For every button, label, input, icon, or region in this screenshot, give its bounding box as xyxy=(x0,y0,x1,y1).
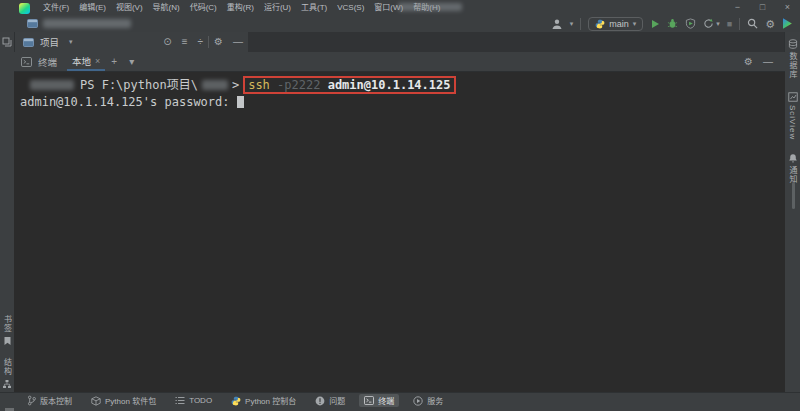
terminal-tab-label: 本地 xyxy=(72,54,91,68)
command-port-flag: -p2222 xyxy=(277,78,320,92)
password-prompt-text: admin@10.1.14.125's password: xyxy=(20,95,237,109)
profiler-dropdown-icon[interactable]: ▾ xyxy=(716,20,720,28)
terminal-icon xyxy=(21,57,32,67)
user-dropdown-icon[interactable]: ▾ xyxy=(570,20,574,28)
sciview-label: SciView xyxy=(788,105,797,140)
terminal-panel-title: 终端 xyxy=(38,55,57,69)
pycharm-logo-icon xyxy=(19,3,30,14)
terminal-output[interactable]: PS F:\python项目\>ssh -p2222 admin@10.1.14… xyxy=(14,72,785,110)
run-configuration-selector[interactable]: main ▾ xyxy=(588,17,643,31)
left-tool-stripe: 书签 结构 xyxy=(0,32,15,393)
stripe-button-structure[interactable]: 结构 xyxy=(2,358,13,389)
project-breadcrumb xyxy=(27,19,131,28)
command-host: admin@10.1.14.125 xyxy=(328,78,451,92)
services-label: 服务 xyxy=(427,395,443,406)
toolwindow-version-control[interactable]: 版本控制 xyxy=(22,394,77,407)
panel-settings-gear-icon[interactable]: ⚙ xyxy=(209,33,228,51)
toolwindow-terminal[interactable]: 终端 xyxy=(359,394,399,407)
toolwindow-todo[interactable]: TODO xyxy=(170,395,217,406)
toolbar-separator xyxy=(739,18,740,30)
prompt-prefix-redacted xyxy=(30,80,74,90)
python-console-icon xyxy=(231,396,241,406)
menu-tools[interactable]: 工具(T) xyxy=(296,1,332,15)
project-stripe-icon[interactable] xyxy=(2,37,12,47)
window-controls: − □ × xyxy=(725,0,800,15)
command-ssh: ssh xyxy=(248,78,270,92)
right-tool-stripe: 数据库 SciView 通知 xyxy=(784,32,800,393)
stripe-button-bookmarks[interactable]: 书签 xyxy=(2,315,13,346)
locate-file-icon[interactable]: ⊙ xyxy=(158,33,176,51)
pycharm-window: 文件(F) 编辑(E) 视图(V) 导航(N) 代码(C) 重构(R) 运行(U… xyxy=(0,0,800,411)
search-everywhere-icon[interactable] xyxy=(747,18,758,29)
path-segment-redacted xyxy=(202,80,228,90)
menu-file[interactable]: 文件(F) xyxy=(38,1,74,15)
stripe-button-notifications[interactable]: 通知 xyxy=(787,153,798,184)
toolwindow-services[interactable]: 服务 xyxy=(408,394,448,407)
services-icon xyxy=(413,396,423,406)
title-bar: 文件(F) 编辑(E) 视图(V) 导航(N) 代码(C) 重构(R) 运行(U… xyxy=(0,0,800,16)
terminal-line-prompt: PS F:\python项目\>ssh -p2222 admin@10.1.14… xyxy=(20,76,785,94)
todo-list-icon xyxy=(175,396,185,405)
database-icon xyxy=(788,39,798,49)
python-console-label: Python 控制台 xyxy=(245,395,296,406)
bell-icon xyxy=(788,153,798,163)
bookmark-icon xyxy=(3,336,12,346)
sciview-icon xyxy=(788,92,798,102)
toolbar-separator xyxy=(580,18,581,30)
run-config-dropdown-icon: ▾ xyxy=(633,20,637,28)
collapse-all-icon[interactable]: ÷ xyxy=(193,33,209,51)
project-view-dropdown-icon[interactable]: ▾ xyxy=(69,38,73,46)
stripe-button-sciview[interactable]: SciView xyxy=(788,92,798,140)
project-panel-title: 项目 xyxy=(40,35,59,49)
menu-run[interactable]: 运行(U) xyxy=(259,1,296,15)
toolwindow-problems[interactable]: 问题 xyxy=(310,394,350,407)
maximize-button[interactable]: □ xyxy=(750,0,775,15)
menu-refactor[interactable]: 重构(R) xyxy=(222,1,259,15)
assistant-logo-icon[interactable] xyxy=(782,18,792,29)
tool-window-bar: 版本控制 Python 软件包 TODO Python 控制台 xyxy=(0,392,800,408)
window-title-redacted xyxy=(398,3,462,11)
menu-view[interactable]: 视图(V) xyxy=(111,1,148,15)
run-config-name: main xyxy=(609,19,629,29)
package-icon xyxy=(91,396,101,406)
project-folder-icon xyxy=(23,38,34,47)
todo-label: TODO xyxy=(189,396,212,405)
menu-vcs[interactable]: VCS(S) xyxy=(332,1,369,15)
scrollbar-thumb[interactable] xyxy=(792,182,795,209)
git-branch-icon xyxy=(27,395,36,406)
toolwindow-python-console[interactable]: Python 控制台 xyxy=(226,394,301,407)
toolwindow-python-packages[interactable]: Python 软件包 xyxy=(86,394,161,407)
project-name-redacted xyxy=(43,19,131,28)
terminal-header: 终端 本地 × + ▾ ⚙ — xyxy=(14,52,785,72)
tab-close-icon[interactable]: × xyxy=(95,56,100,66)
terminal-tab-local[interactable]: 本地 × xyxy=(67,52,105,71)
problems-label: 问题 xyxy=(329,395,345,406)
terminal-tabs-dropdown-icon[interactable]: ▾ xyxy=(123,56,140,67)
new-terminal-tab-button[interactable]: + xyxy=(105,56,123,67)
navigation-bar: ▾ main ▾ xyxy=(0,15,800,33)
close-button[interactable]: × xyxy=(775,0,800,15)
bookmarks-label: 书签 xyxy=(2,315,13,333)
debug-button[interactable] xyxy=(667,18,678,29)
profiler-button[interactable] xyxy=(703,18,714,29)
run-button[interactable] xyxy=(650,19,660,29)
terminal-line-password: admin@10.1.14.125's password: xyxy=(20,94,785,110)
menu-navigate[interactable]: 导航(N) xyxy=(148,1,185,15)
settings-gear-icon[interactable]: ⚙ xyxy=(765,18,775,30)
expand-all-icon[interactable]: ≡ xyxy=(177,33,193,51)
menu-edit[interactable]: 编辑(E) xyxy=(74,1,111,15)
minimize-button[interactable]: − xyxy=(725,0,750,15)
terminal-settings-gear-icon[interactable]: ⚙ xyxy=(739,53,758,71)
stripe-button-database[interactable]: 数据库 xyxy=(787,39,798,79)
user-account-icon[interactable] xyxy=(551,18,563,30)
structure-icon xyxy=(2,379,12,389)
prompt-symbol: > xyxy=(232,78,239,92)
terminal-cursor xyxy=(237,96,244,108)
terminal-hide-icon[interactable]: — xyxy=(758,53,778,71)
menu-code[interactable]: 代码(C) xyxy=(185,1,222,15)
stop-button[interactable]: ■ xyxy=(727,19,732,29)
hide-panel-icon[interactable]: — xyxy=(228,33,248,51)
python-packages-label: Python 软件包 xyxy=(105,395,156,406)
editor-empty-area xyxy=(248,32,785,53)
run-with-coverage-button[interactable] xyxy=(685,18,696,29)
